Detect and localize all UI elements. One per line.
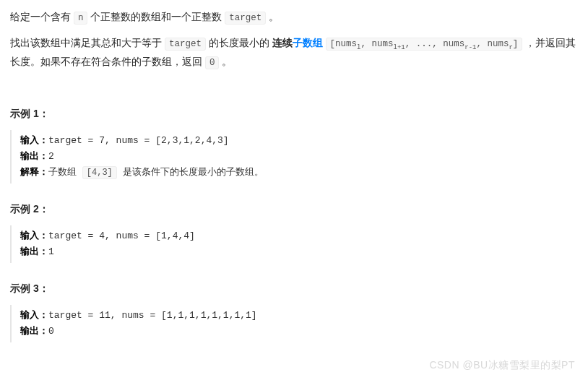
example-output: 1 — [48, 246, 54, 257]
example-output-line: 输出：0 — [20, 324, 578, 340]
text: 个正整数的数组和一个正整数 — [90, 11, 225, 22]
text: 找出该数组中满足其总和大于等于 — [10, 37, 165, 48]
example-title: 示例 2： — [10, 201, 578, 218]
code-zero: 0 — [205, 56, 220, 69]
text: 是该条件下的长度最小的子数组。 — [117, 167, 264, 178]
example-input: target = 7, nums = [2,3,1,2,4,3] — [48, 135, 229, 146]
watermark: CSDN @BU冰糖雪梨里的梨PT — [429, 357, 575, 361]
example-block: 输入：target = 4, nums = [1,4,4] 输出：1 — [10, 225, 578, 263]
text: 的长度最小的 — [209, 37, 272, 48]
code-array: [numsl, numsl+1, ..., numsr-1, numsr] — [326, 38, 523, 51]
example-output: 2 — [48, 151, 54, 162]
code-explain: [4,3] — [82, 166, 117, 179]
example-output-line: 输出：2 — [20, 149, 578, 165]
code-target: target — [225, 12, 266, 25]
example-input-line: 输入：target = 11, nums = [1,1,1,1,1,1,1,1] — [20, 308, 578, 324]
label-output: 输出： — [20, 326, 48, 337]
label-input: 输入： — [20, 230, 48, 241]
text: 子数组 — [48, 167, 82, 178]
label-input: 输入： — [20, 310, 48, 321]
text: 。 — [269, 11, 279, 22]
example-output-line: 输出：1 — [20, 244, 578, 260]
code-target: target — [165, 38, 206, 51]
bold-text: 连续 — [272, 37, 293, 48]
example-output: 0 — [48, 326, 54, 337]
label-output: 输出： — [20, 246, 48, 257]
intro-paragraph-2: 找出该数组中满足其总和大于等于 target 的长度最小的 连续子数组 [num… — [10, 35, 578, 71]
intro-paragraph-1: 给定一个含有 n 个正整数的数组和一个正整数 target 。 — [10, 9, 578, 26]
example-input: target = 4, nums = [1,4,4] — [48, 230, 195, 241]
label-input: 输入： — [20, 135, 48, 146]
text: 。 — [222, 56, 232, 67]
label-explain: 解释： — [20, 167, 48, 178]
text: 给定一个含有 — [10, 11, 74, 22]
example-block: 输入：target = 7, nums = [2,3,1,2,4,3] 输出：2… — [10, 130, 578, 183]
example-input-line: 输入：target = 4, nums = [1,4,4] — [20, 228, 578, 244]
label-output: 输出： — [20, 151, 48, 162]
code-n: n — [74, 12, 88, 25]
example-input: target = 11, nums = [1,1,1,1,1,1,1,1] — [48, 310, 257, 321]
link-subarray[interactable]: 子数组 — [293, 37, 323, 48]
example-title: 示例 3： — [10, 280, 578, 298]
example-title: 示例 1： — [10, 105, 578, 123]
example-explain-line: 解释：子数组 [4,3] 是该条件下的长度最小的子数组。 — [20, 165, 578, 181]
example-block: 输入：target = 11, nums = [1,1,1,1,1,1,1,1]… — [10, 305, 578, 342]
example-input-line: 输入：target = 7, nums = [2,3,1,2,4,3] — [20, 133, 578, 149]
